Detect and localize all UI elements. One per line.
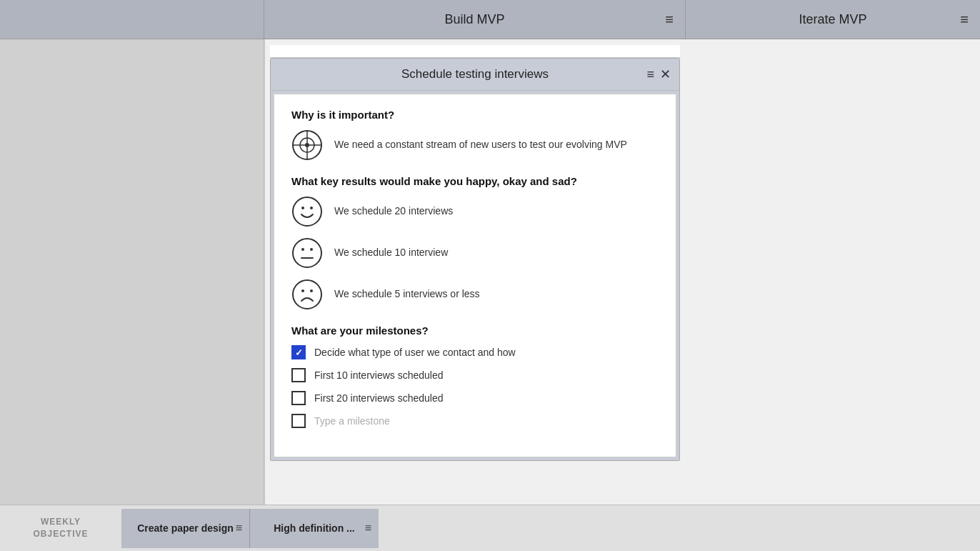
svg-point-8 [293, 239, 321, 267]
bottom-card-high-definition[interactable]: High definition ... ≡ [250, 509, 379, 548]
okay-text: We schedule 10 interview [334, 246, 448, 260]
card-header: Schedule testing interviews ≡ ✕ [271, 59, 679, 91]
build-mvp-title: Build MVP [444, 12, 504, 27]
milestone-checkbox-1[interactable] [291, 345, 306, 359]
card-title: Schedule testing interviews [401, 67, 549, 81]
svg-point-6 [301, 207, 304, 209]
main-container: Build MVP ≡ Iterate MVP ≡ Schedule testi… [0, 0, 980, 551]
build-mvp-menu-icon[interactable]: ≡ [665, 11, 674, 28]
weekly-objective-label: WEEKLY OBJECTIVE [0, 516, 121, 540]
card-body: Why is it important? [274, 94, 676, 457]
milestone-placeholder[interactable]: Type a milestone [314, 415, 390, 427]
svg-point-14 [310, 289, 313, 292]
milestone-row-2: First 10 interviews scheduled [291, 368, 659, 382]
happy-text: We schedule 20 interviews [334, 204, 453, 219]
happy-result-row: We schedule 20 interviews [291, 196, 659, 227]
target-icon [291, 129, 323, 161]
why-section: Why is it important? [291, 109, 659, 161]
svg-point-9 [301, 248, 304, 251]
sidebar [0, 39, 264, 505]
milestones-title: What are your milestones? [291, 324, 659, 337]
milestone-label-1: Decide what type of user we contact and … [314, 347, 516, 358]
okay-result-row: We schedule 10 interview [291, 237, 659, 269]
schedule-interviews-card: Schedule testing interviews ≡ ✕ Why is i… [270, 58, 680, 461]
header-row: Build MVP ≡ Iterate MVP ≡ [0, 0, 980, 39]
svg-point-5 [293, 197, 321, 226]
why-text: We need a constant stream of new users t… [334, 138, 627, 152]
iterate-mvp-title: Iterate MVP [799, 12, 866, 27]
milestone-checkbox-3[interactable] [291, 391, 306, 405]
milestone-row-new: Type a milestone [291, 414, 659, 428]
milestone-checkbox-2[interactable] [291, 368, 306, 382]
neutral-face-icon [291, 237, 323, 269]
card-wrapper: Schedule testing interviews ≡ ✕ Why is i… [264, 39, 686, 467]
svg-point-7 [310, 207, 313, 209]
svg-point-4 [305, 143, 309, 147]
bottom-bar: WEEKLY OBJECTIVE Create paper design ≡ H… [0, 505, 980, 551]
header-col-iterate-mvp: Iterate MVP ≡ [686, 0, 980, 39]
happy-face-icon [291, 196, 323, 227]
card-header-actions: ≡ ✕ [646, 66, 671, 82]
sad-result-row: We schedule 5 interviews or less [291, 279, 659, 310]
high-definition-menu-icon[interactable]: ≡ [365, 522, 371, 535]
content-area: Schedule testing interviews ≡ ✕ Why is i… [0, 39, 980, 505]
main-panel: Schedule testing interviews ≡ ✕ Why is i… [264, 39, 980, 505]
why-title: Why is it important? [291, 109, 659, 121]
milestone-label-2: First 10 interviews scheduled [314, 369, 444, 381]
milestone-row-1: Decide what type of user we contact and … [291, 345, 659, 359]
milestone-checkbox-new[interactable] [291, 414, 306, 428]
header-col-left [0, 0, 264, 39]
paper-design-menu-icon[interactable]: ≡ [236, 522, 242, 535]
key-results-section: What key results would make you happy, o… [291, 175, 659, 310]
sad-face-icon [291, 279, 323, 310]
sad-text: We schedule 5 interviews or less [334, 287, 480, 302]
why-item-row: We need a constant stream of new users t… [291, 129, 659, 161]
card-close-icon[interactable]: ✕ [660, 66, 671, 82]
iterate-mvp-menu-icon[interactable]: ≡ [960, 11, 969, 28]
milestone-label-3: First 20 interviews scheduled [314, 392, 444, 404]
key-results-title: What key results would make you happy, o… [291, 175, 659, 187]
paper-design-title: Create paper design [137, 522, 234, 534]
high-definition-title: High definition ... [274, 522, 355, 534]
svg-point-12 [293, 280, 321, 309]
svg-point-13 [301, 289, 304, 292]
svg-point-10 [310, 248, 313, 251]
bottom-card-paper-design[interactable]: Create paper design ≡ [121, 509, 250, 548]
header-col-build-mvp: Build MVP ≡ [264, 0, 686, 39]
milestone-row-3: First 20 interviews scheduled [291, 391, 659, 405]
card-menu-icon[interactable]: ≡ [646, 67, 654, 82]
milestones-section: What are your milestones? Decide what ty… [291, 324, 659, 428]
